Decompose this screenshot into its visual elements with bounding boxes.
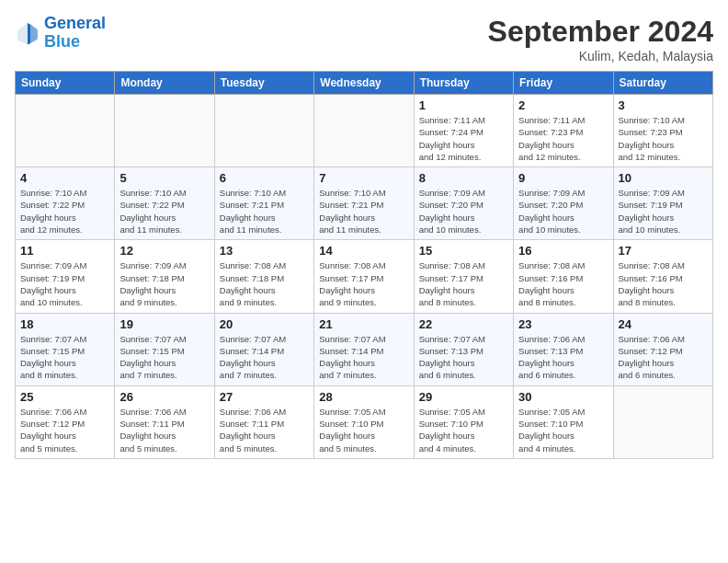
table-row: 26 Sunrise: 7:06 AMSunset: 7:11 PMDaylig… <box>115 385 214 458</box>
table-row: 20 Sunrise: 7:07 AMSunset: 7:14 PMDaylig… <box>214 313 313 385</box>
day-info: Sunrise: 7:06 AMSunset: 7:12 PMDaylight … <box>619 333 708 382</box>
day-info: Sunrise: 7:07 AMSunset: 7:15 PMDaylight … <box>20 333 109 382</box>
day-number: 5 <box>119 171 209 185</box>
day-number: 15 <box>419 244 508 258</box>
logo: General Blue <box>15 15 106 52</box>
day-info: Sunrise: 7:09 AMSunset: 7:18 PMDaylight … <box>119 259 209 308</box>
day-info: Sunrise: 7:07 AMSunset: 7:14 PMDaylight … <box>319 333 408 382</box>
day-info: Sunrise: 7:07 AMSunset: 7:13 PMDaylight … <box>419 333 508 382</box>
day-number: 29 <box>419 390 508 404</box>
logo-icon <box>15 20 40 46</box>
page-header: General Blue September 2024 Kulim, Kedah… <box>15 15 713 63</box>
calendar-week-4: 18 Sunrise: 7:07 AMSunset: 7:15 PMDaylig… <box>16 313 713 385</box>
table-row: 22 Sunrise: 7:07 AMSunset: 7:13 PMDaylig… <box>414 313 513 385</box>
day-number: 22 <box>419 317 508 331</box>
table-row <box>214 95 313 167</box>
table-row: 13 Sunrise: 7:08 AMSunset: 7:18 PMDaylig… <box>214 240 313 313</box>
table-row: 2 Sunrise: 7:11 AMSunset: 7:23 PMDayligh… <box>514 95 613 167</box>
day-number: 8 <box>419 171 508 185</box>
day-info: Sunrise: 7:08 AMSunset: 7:18 PMDaylight … <box>220 259 309 308</box>
table-row <box>613 385 712 458</box>
day-info: Sunrise: 7:11 AMSunset: 7:23 PMDaylight … <box>518 114 608 163</box>
day-number: 12 <box>119 244 209 258</box>
day-number: 6 <box>220 171 309 185</box>
day-info: Sunrise: 7:06 AMSunset: 7:13 PMDaylight … <box>518 333 608 382</box>
day-info: Sunrise: 7:06 AMSunset: 7:12 PMDaylight … <box>20 406 109 454</box>
day-number: 27 <box>220 390 309 404</box>
table-row <box>314 95 414 167</box>
day-info: Sunrise: 7:06 AMSunset: 7:11 PMDaylight … <box>220 406 309 454</box>
table-row: 7 Sunrise: 7:10 AMSunset: 7:21 PMDayligh… <box>314 167 414 240</box>
day-number: 17 <box>619 244 708 258</box>
table-row: 1 Sunrise: 7:11 AMSunset: 7:24 PMDayligh… <box>414 95 513 167</box>
col-header-friday: Friday <box>514 72 613 95</box>
table-row: 29 Sunrise: 7:05 AMSunset: 7:10 PMDaylig… <box>414 385 513 458</box>
col-header-thursday: Thursday <box>414 72 513 95</box>
day-number: 2 <box>518 98 608 112</box>
table-row: 21 Sunrise: 7:07 AMSunset: 7:14 PMDaylig… <box>314 313 414 385</box>
calendar-week-3: 11 Sunrise: 7:09 AMSunset: 7:19 PMDaylig… <box>16 240 713 313</box>
day-info: Sunrise: 7:08 AMSunset: 7:16 PMDaylight … <box>619 259 708 308</box>
calendar-week-1: 1 Sunrise: 7:11 AMSunset: 7:24 PMDayligh… <box>16 95 713 167</box>
table-row: 6 Sunrise: 7:10 AMSunset: 7:21 PMDayligh… <box>214 167 313 240</box>
calendar-week-2: 4 Sunrise: 7:10 AMSunset: 7:22 PMDayligh… <box>16 167 713 240</box>
table-row: 15 Sunrise: 7:08 AMSunset: 7:17 PMDaylig… <box>414 240 513 313</box>
col-header-tuesday: Tuesday <box>214 72 313 95</box>
day-number: 20 <box>220 317 309 331</box>
day-number: 19 <box>119 317 209 331</box>
day-info: Sunrise: 7:05 AMSunset: 7:10 PMDaylight … <box>319 406 408 454</box>
day-number: 4 <box>20 171 109 185</box>
day-number: 7 <box>319 171 408 185</box>
day-info: Sunrise: 7:09 AMSunset: 7:20 PMDaylight … <box>419 187 508 236</box>
day-info: Sunrise: 7:06 AMSunset: 7:11 PMDaylight … <box>119 406 209 454</box>
day-number: 1 <box>419 98 508 112</box>
day-number: 16 <box>518 244 608 258</box>
day-number: 13 <box>220 244 309 258</box>
calendar-body: 1 Sunrise: 7:11 AMSunset: 7:24 PMDayligh… <box>16 95 713 459</box>
logo-text: General Blue <box>44 15 106 52</box>
table-row: 28 Sunrise: 7:05 AMSunset: 7:10 PMDaylig… <box>314 385 414 458</box>
day-info: Sunrise: 7:10 AMSunset: 7:22 PMDaylight … <box>119 187 209 236</box>
table-row: 16 Sunrise: 7:08 AMSunset: 7:16 PMDaylig… <box>514 240 613 313</box>
day-info: Sunrise: 7:10 AMSunset: 7:23 PMDaylight … <box>619 114 708 163</box>
day-number: 21 <box>319 317 408 331</box>
table-row: 11 Sunrise: 7:09 AMSunset: 7:19 PMDaylig… <box>16 240 115 313</box>
calendar-header-row: SundayMondayTuesdayWednesdayThursdayFrid… <box>16 72 713 95</box>
day-number: 3 <box>619 98 708 112</box>
day-info: Sunrise: 7:09 AMSunset: 7:19 PMDaylight … <box>20 259 109 308</box>
table-row: 18 Sunrise: 7:07 AMSunset: 7:15 PMDaylig… <box>16 313 115 385</box>
location-subtitle: Kulim, Kedah, Malaysia <box>488 49 713 63</box>
svg-marker-2 <box>28 23 30 44</box>
day-info: Sunrise: 7:11 AMSunset: 7:24 PMDaylight … <box>419 114 508 163</box>
title-block: September 2024 Kulim, Kedah, Malaysia <box>488 15 713 63</box>
col-header-sunday: Sunday <box>16 72 115 95</box>
col-header-monday: Monday <box>115 72 214 95</box>
day-info: Sunrise: 7:07 AMSunset: 7:15 PMDaylight … <box>119 333 209 382</box>
table-row: 27 Sunrise: 7:06 AMSunset: 7:11 PMDaylig… <box>214 385 313 458</box>
table-row: 10 Sunrise: 7:09 AMSunset: 7:19 PMDaylig… <box>613 167 712 240</box>
table-row: 23 Sunrise: 7:06 AMSunset: 7:13 PMDaylig… <box>514 313 613 385</box>
table-row: 4 Sunrise: 7:10 AMSunset: 7:22 PMDayligh… <box>16 167 115 240</box>
day-info: Sunrise: 7:08 AMSunset: 7:16 PMDaylight … <box>518 259 608 308</box>
col-header-wednesday: Wednesday <box>314 72 414 95</box>
table-row: 24 Sunrise: 7:06 AMSunset: 7:12 PMDaylig… <box>613 313 712 385</box>
month-title: September 2024 <box>488 15 713 49</box>
day-number: 25 <box>20 390 109 404</box>
day-info: Sunrise: 7:08 AMSunset: 7:17 PMDaylight … <box>419 259 508 308</box>
table-row: 19 Sunrise: 7:07 AMSunset: 7:15 PMDaylig… <box>115 313 214 385</box>
day-number: 28 <box>319 390 408 404</box>
table-row: 14 Sunrise: 7:08 AMSunset: 7:17 PMDaylig… <box>314 240 414 313</box>
calendar-table: SundayMondayTuesdayWednesdayThursdayFrid… <box>15 71 713 459</box>
table-row: 25 Sunrise: 7:06 AMSunset: 7:12 PMDaylig… <box>16 385 115 458</box>
day-number: 10 <box>619 171 708 185</box>
table-row <box>115 95 214 167</box>
day-info: Sunrise: 7:10 AMSunset: 7:22 PMDaylight … <box>20 187 109 236</box>
table-row: 5 Sunrise: 7:10 AMSunset: 7:22 PMDayligh… <box>115 167 214 240</box>
day-info: Sunrise: 7:09 AMSunset: 7:20 PMDaylight … <box>518 187 608 236</box>
day-info: Sunrise: 7:10 AMSunset: 7:21 PMDaylight … <box>220 187 309 236</box>
day-info: Sunrise: 7:05 AMSunset: 7:10 PMDaylight … <box>518 406 608 454</box>
table-row: 9 Sunrise: 7:09 AMSunset: 7:20 PMDayligh… <box>514 167 613 240</box>
day-number: 23 <box>518 317 608 331</box>
col-header-saturday: Saturday <box>613 72 712 95</box>
day-number: 24 <box>619 317 708 331</box>
